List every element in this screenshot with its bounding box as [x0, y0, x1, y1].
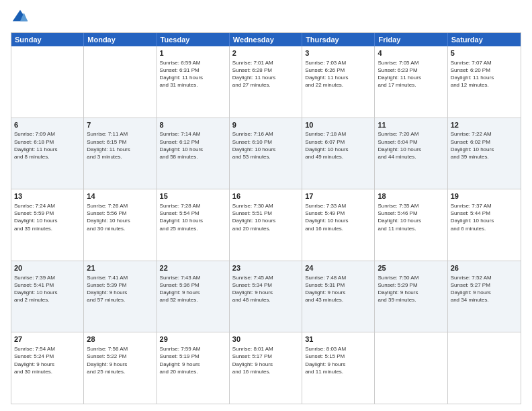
day-number: 3	[305, 48, 371, 58]
calendar-cell: 17Sunrise: 7:33 AM Sunset: 5:49 PM Dayli…	[302, 189, 375, 261]
calendar-cell: 10Sunrise: 7:18 AM Sunset: 6:07 PM Dayli…	[302, 118, 375, 189]
calendar-cell: 26Sunrise: 7:52 AM Sunset: 5:27 PM Dayli…	[448, 261, 521, 332]
calendar-cell: 1Sunrise: 6:59 AM Sunset: 6:31 PM Daylig…	[157, 46, 230, 118]
calendar-cell	[448, 332, 521, 404]
day-details: Sunrise: 8:03 AM Sunset: 5:15 PM Dayligh…	[305, 345, 371, 375]
day-details: Sunrise: 7:26 AM Sunset: 5:56 PM Dayligh…	[87, 202, 153, 232]
day-details: Sunrise: 7:22 AM Sunset: 6:02 PM Dayligh…	[451, 130, 518, 161]
day-details: Sunrise: 7:33 AM Sunset: 5:49 PM Dayligh…	[305, 202, 371, 232]
day-details: Sunrise: 7:20 AM Sunset: 6:04 PM Dayligh…	[378, 130, 444, 161]
page-header	[11, 8, 521, 27]
day-number: 22	[160, 263, 226, 273]
calendar-cell: 28Sunrise: 7:56 AM Sunset: 5:22 PM Dayli…	[84, 332, 157, 404]
day-number: 27	[14, 334, 81, 345]
day-details: Sunrise: 7:18 AM Sunset: 6:07 PM Dayligh…	[305, 130, 371, 161]
calendar-cell	[84, 46, 157, 118]
calendar-cell: 22Sunrise: 7:43 AM Sunset: 5:36 PM Dayli…	[157, 261, 230, 332]
calendar-row-4: 27Sunrise: 7:54 AM Sunset: 5:24 PM Dayli…	[11, 332, 521, 404]
header-day-thursday: Thursday	[302, 33, 375, 46]
calendar: SundayMondayTuesdayWednesdayThursdayFrid…	[11, 32, 521, 404]
calendar-cell	[375, 332, 447, 404]
day-details: Sunrise: 7:24 AM Sunset: 5:59 PM Dayligh…	[14, 202, 81, 232]
day-details: Sunrise: 7:35 AM Sunset: 5:46 PM Dayligh…	[378, 202, 444, 232]
day-details: Sunrise: 7:01 AM Sunset: 6:28 PM Dayligh…	[232, 59, 299, 89]
calendar-cell: 6Sunrise: 7:09 AM Sunset: 6:18 PM Daylig…	[11, 118, 84, 189]
day-number: 4	[378, 48, 444, 58]
calendar-cell: 5Sunrise: 7:07 AM Sunset: 6:20 PM Daylig…	[448, 46, 521, 118]
day-number: 16	[232, 191, 299, 201]
calendar-cell: 13Sunrise: 7:24 AM Sunset: 5:59 PM Dayli…	[11, 189, 84, 261]
calendar-cell: 23Sunrise: 7:45 AM Sunset: 5:34 PM Dayli…	[230, 261, 302, 332]
day-number: 11	[378, 120, 444, 130]
calendar-cell: 29Sunrise: 7:59 AM Sunset: 5:19 PM Dayli…	[157, 332, 230, 404]
day-details: Sunrise: 7:52 AM Sunset: 5:27 PM Dayligh…	[451, 274, 518, 304]
day-number: 9	[232, 120, 299, 130]
calendar-cell: 20Sunrise: 7:39 AM Sunset: 5:41 PM Dayli…	[11, 261, 84, 332]
day-details: Sunrise: 7:16 AM Sunset: 6:10 PM Dayligh…	[232, 130, 299, 161]
header-day-monday: Monday	[84, 33, 157, 46]
logo	[11, 8, 32, 27]
calendar-row-0: 1Sunrise: 6:59 AM Sunset: 6:31 PM Daylig…	[11, 46, 521, 118]
day-number: 26	[451, 263, 518, 273]
header-day-tuesday: Tuesday	[157, 33, 230, 46]
calendar-cell: 27Sunrise: 7:54 AM Sunset: 5:24 PM Dayli…	[11, 332, 84, 404]
calendar-cell: 4Sunrise: 7:05 AM Sunset: 6:23 PM Daylig…	[375, 46, 447, 118]
calendar-cell: 3Sunrise: 7:03 AM Sunset: 6:26 PM Daylig…	[302, 46, 375, 118]
logo-icon	[11, 8, 30, 27]
calendar-cell: 21Sunrise: 7:41 AM Sunset: 5:39 PM Dayli…	[84, 261, 157, 332]
calendar-cell	[11, 46, 84, 118]
calendar-cell: 31Sunrise: 8:03 AM Sunset: 5:15 PM Dayli…	[302, 332, 375, 404]
day-number: 5	[451, 48, 518, 58]
day-details: Sunrise: 7:43 AM Sunset: 5:36 PM Dayligh…	[160, 274, 226, 304]
day-details: Sunrise: 7:07 AM Sunset: 6:20 PM Dayligh…	[451, 59, 518, 89]
day-details: Sunrise: 7:30 AM Sunset: 5:51 PM Dayligh…	[232, 202, 299, 232]
header-day-sunday: Sunday	[11, 33, 84, 46]
day-number: 18	[378, 191, 444, 201]
calendar-row-1: 6Sunrise: 7:09 AM Sunset: 6:18 PM Daylig…	[11, 118, 521, 189]
day-details: Sunrise: 7:41 AM Sunset: 5:39 PM Dayligh…	[87, 274, 153, 304]
day-details: Sunrise: 7:03 AM Sunset: 6:26 PM Dayligh…	[305, 59, 371, 89]
day-number: 10	[305, 120, 371, 130]
day-details: Sunrise: 7:09 AM Sunset: 6:18 PM Dayligh…	[14, 130, 81, 161]
day-number: 7	[87, 120, 153, 130]
day-number: 21	[87, 263, 153, 273]
calendar-cell: 11Sunrise: 7:20 AM Sunset: 6:04 PM Dayli…	[375, 118, 447, 189]
calendar-body: 1Sunrise: 6:59 AM Sunset: 6:31 PM Daylig…	[11, 46, 521, 404]
calendar-row-3: 20Sunrise: 7:39 AM Sunset: 5:41 PM Dayli…	[11, 261, 521, 332]
day-number: 20	[14, 263, 81, 273]
day-details: Sunrise: 7:05 AM Sunset: 6:23 PM Dayligh…	[378, 59, 444, 89]
day-details: Sunrise: 7:54 AM Sunset: 5:24 PM Dayligh…	[14, 345, 81, 375]
day-details: Sunrise: 7:50 AM Sunset: 5:29 PM Dayligh…	[378, 274, 444, 304]
day-number: 30	[232, 334, 299, 345]
day-number: 29	[160, 334, 226, 345]
calendar-row-2: 13Sunrise: 7:24 AM Sunset: 5:59 PM Dayli…	[11, 189, 521, 261]
day-details: Sunrise: 7:56 AM Sunset: 5:22 PM Dayligh…	[87, 345, 153, 375]
calendar-header: SundayMondayTuesdayWednesdayThursdayFrid…	[11, 33, 521, 46]
calendar-cell: 15Sunrise: 7:28 AM Sunset: 5:54 PM Dayli…	[157, 189, 230, 261]
calendar-cell: 25Sunrise: 7:50 AM Sunset: 5:29 PM Dayli…	[375, 261, 447, 332]
page-container: SundayMondayTuesdayWednesdayThursdayFrid…	[0, 0, 532, 411]
calendar-cell: 2Sunrise: 7:01 AM Sunset: 6:28 PM Daylig…	[230, 46, 302, 118]
calendar-cell: 19Sunrise: 7:37 AM Sunset: 5:44 PM Dayli…	[448, 189, 521, 261]
header-day-wednesday: Wednesday	[230, 33, 302, 46]
day-number: 25	[378, 263, 444, 273]
day-details: Sunrise: 7:48 AM Sunset: 5:31 PM Dayligh…	[305, 274, 371, 304]
day-details: Sunrise: 6:59 AM Sunset: 6:31 PM Dayligh…	[160, 59, 226, 89]
calendar-cell: 18Sunrise: 7:35 AM Sunset: 5:46 PM Dayli…	[375, 189, 447, 261]
day-number: 13	[14, 191, 81, 201]
day-number: 8	[160, 120, 226, 130]
day-number: 28	[87, 334, 153, 345]
day-details: Sunrise: 7:39 AM Sunset: 5:41 PM Dayligh…	[14, 274, 81, 304]
day-number: 23	[232, 263, 299, 273]
day-details: Sunrise: 7:14 AM Sunset: 6:12 PM Dayligh…	[160, 130, 226, 161]
day-number: 1	[160, 48, 226, 58]
calendar-cell: 14Sunrise: 7:26 AM Sunset: 5:56 PM Dayli…	[84, 189, 157, 261]
day-number: 15	[160, 191, 226, 201]
calendar-cell: 12Sunrise: 7:22 AM Sunset: 6:02 PM Dayli…	[448, 118, 521, 189]
day-number: 31	[305, 334, 371, 345]
calendar-cell: 8Sunrise: 7:14 AM Sunset: 6:12 PM Daylig…	[157, 118, 230, 189]
day-details: Sunrise: 7:45 AM Sunset: 5:34 PM Dayligh…	[232, 274, 299, 304]
calendar-cell: 16Sunrise: 7:30 AM Sunset: 5:51 PM Dayli…	[230, 189, 302, 261]
day-number: 19	[451, 191, 518, 201]
header-day-saturday: Saturday	[448, 33, 521, 46]
